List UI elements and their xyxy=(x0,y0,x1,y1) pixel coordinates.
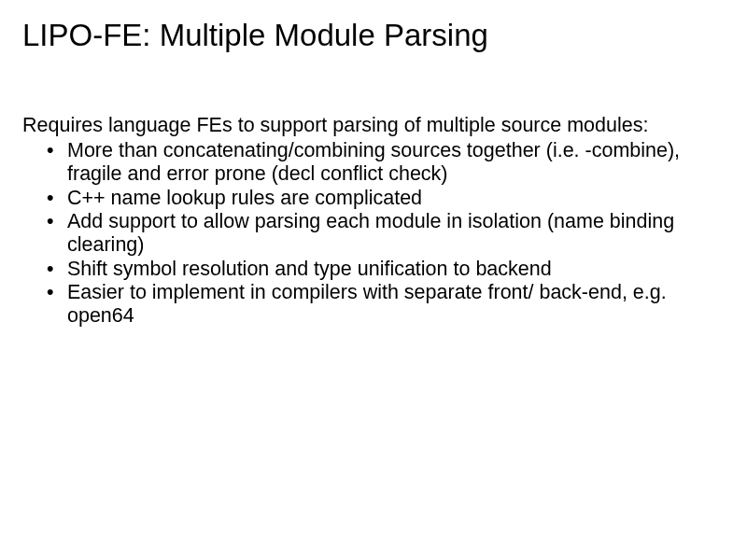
list-item: Shift symbol resolution and type unifica… xyxy=(67,258,725,281)
list-item: Add support to allow parsing each module… xyxy=(67,210,725,258)
intro-text: Requires language FEs to support parsing… xyxy=(22,114,725,137)
bullet-list: More than concatenating/combining source… xyxy=(22,139,725,329)
list-item: Easier to implement in compilers with se… xyxy=(67,281,725,329)
slide: LIPO-FE: Multiple Module Parsing Require… xyxy=(0,0,747,560)
slide-title: LIPO-FE: Multiple Module Parsing xyxy=(22,17,725,54)
list-item: C++ name lookup rules are complicated xyxy=(67,187,725,210)
list-item: More than concatenating/combining source… xyxy=(67,139,725,187)
